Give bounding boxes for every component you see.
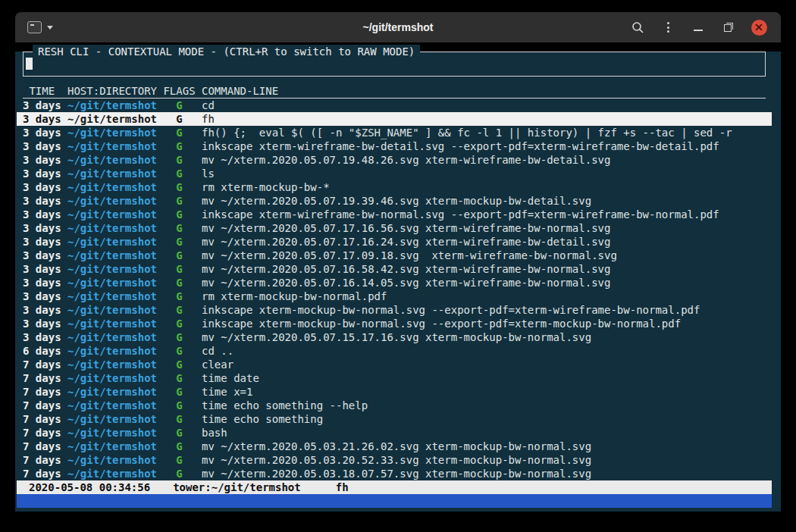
history-row[interactable]: 7 days ~/git/termshot G mv ~/xterm.2020.… bbox=[17, 467, 772, 480]
row-flags: G bbox=[163, 426, 202, 440]
history-row[interactable]: 3 days ~/git/termshot G mv ~/xterm.2020.… bbox=[17, 221, 772, 235]
status-bar: 2020-05-08 00:34:56 tower:~/git/termshot… bbox=[17, 480, 772, 494]
row-time: 7 days bbox=[23, 426, 67, 440]
row-flags: G bbox=[163, 358, 202, 371]
row-command: fh() {; eval $( ([ -n "$ZSH_NAME" ] && f… bbox=[202, 126, 766, 139]
row-flags: G bbox=[163, 112, 202, 126]
restore-icon bbox=[724, 23, 733, 32]
minimize-button[interactable] bbox=[688, 17, 708, 37]
text-cursor bbox=[26, 58, 33, 70]
row-time: 7 days bbox=[23, 453, 67, 467]
search-icon bbox=[631, 21, 644, 34]
row-flags: G bbox=[163, 317, 202, 330]
titlebar-left-controls bbox=[27, 17, 53, 37]
history-row[interactable]: 3 days ~/git/termshot G rm xterm-mockup-… bbox=[17, 289, 772, 303]
kebab-menu-icon bbox=[667, 22, 669, 33]
row-host-directory: ~/git/termshot bbox=[67, 440, 163, 453]
row-command: cd .. bbox=[202, 344, 766, 358]
history-row[interactable]: 3 days ~/git/termshot G fh() {; eval $( … bbox=[17, 126, 772, 139]
row-host-directory: ~/git/termshot bbox=[67, 303, 163, 317]
history-row[interactable]: 3 days ~/git/termshot G fh bbox=[17, 112, 772, 126]
history-row[interactable]: 7 days ~/git/termshot G time date bbox=[17, 371, 772, 385]
row-flags: G bbox=[163, 99, 202, 112]
new-terminal-button[interactable] bbox=[27, 17, 53, 37]
row-host-directory: ~/git/termshot bbox=[67, 399, 163, 412]
row-host-directory: ~/git/termshot bbox=[67, 194, 163, 208]
history-row[interactable]: 3 days ~/git/termshot G ls bbox=[17, 167, 772, 180]
menu-button[interactable] bbox=[658, 17, 678, 37]
row-host-directory: ~/git/termshot bbox=[67, 99, 163, 112]
terminal-window: ~/git/termshot RESH CLI - bbox=[15, 12, 781, 512]
row-command: mv ~/xterm.2020.05.03.21.26.02.svg xterm… bbox=[202, 440, 766, 453]
history-row[interactable]: 3 days ~/git/termshot G mv ~/xterm.2020.… bbox=[17, 330, 772, 344]
dropdown-caret-icon bbox=[47, 26, 53, 30]
history-row[interactable]: 3 days ~/git/termshot G inkscape xterm-m… bbox=[17, 303, 772, 317]
history-row[interactable]: 3 days ~/git/termshot G inkscape xterm-w… bbox=[17, 208, 772, 221]
row-flags: G bbox=[163, 153, 202, 167]
history-row[interactable]: 7 days ~/git/termshot G clear bbox=[17, 358, 772, 371]
row-command: mv ~/xterm.2020.05.07.17.16.24.svg xterm… bbox=[202, 235, 766, 249]
history-row[interactable]: 3 days ~/git/termshot G mv ~/xterm.2020.… bbox=[17, 235, 772, 249]
row-host-directory: ~/git/termshot bbox=[67, 208, 163, 221]
row-host-directory: ~/git/termshot bbox=[67, 344, 163, 358]
row-flags: G bbox=[163, 440, 202, 453]
history-row[interactable]: 3 days ~/git/termshot G mv ~/xterm.2020.… bbox=[17, 262, 772, 276]
history-row[interactable]: 6 days ~/git/termshot G cd .. bbox=[17, 344, 772, 358]
history-row[interactable]: 7 days ~/git/termshot G mv ~/xterm.2020.… bbox=[17, 453, 772, 467]
history-row[interactable]: 7 days ~/git/termshot G time echo someth… bbox=[17, 399, 772, 412]
search-input-box[interactable]: RESH CLI - CONTEXTUAL MODE - (CTRL+R to … bbox=[23, 52, 766, 77]
row-flags: G bbox=[163, 221, 202, 235]
row-command: mv ~/xterm.2020.05.07.19.48.26.svg xterm… bbox=[202, 153, 766, 167]
row-flags: G bbox=[163, 208, 202, 221]
history-row[interactable]: 3 days ~/git/termshot G rm xterm-mockup-… bbox=[17, 180, 772, 194]
history-row[interactable]: 7 days ~/git/termshot G mv ~/xterm.2020.… bbox=[17, 440, 772, 453]
row-command: clear bbox=[202, 358, 766, 371]
row-host-directory: ~/git/termshot bbox=[67, 412, 163, 426]
row-flags: G bbox=[163, 399, 202, 412]
row-flags: G bbox=[163, 453, 202, 467]
row-command: inkscape xterm-mockup-bw-normal.svg --ex… bbox=[202, 317, 766, 330]
row-command: time x=1 bbox=[202, 385, 766, 399]
restore-button[interactable] bbox=[719, 17, 738, 37]
terminal-window-icon bbox=[27, 21, 42, 33]
history-row[interactable]: 3 days ~/git/termshot G inkscape xterm-m… bbox=[17, 317, 772, 330]
row-time: 3 days bbox=[23, 126, 67, 139]
header-flags: FLAGS bbox=[163, 84, 202, 98]
row-host-directory: ~/git/termshot bbox=[67, 221, 163, 235]
row-time: 7 days bbox=[23, 467, 67, 480]
row-host-directory: ~/git/termshot bbox=[67, 126, 163, 139]
row-time: 7 days bbox=[23, 440, 67, 453]
row-host-directory: ~/git/termshot bbox=[67, 153, 163, 167]
row-flags: G bbox=[163, 167, 202, 180]
history-row[interactable]: 3 days ~/git/termshot G cd bbox=[17, 99, 772, 112]
header-host-directory: HOST:DIRECTORY bbox=[67, 84, 163, 98]
row-time: 3 days bbox=[23, 276, 67, 289]
history-row[interactable]: 3 days ~/git/termshot G inkscape xterm-w… bbox=[17, 139, 772, 153]
row-flags: G bbox=[163, 235, 202, 249]
row-command: mv ~/xterm.2020.05.07.16.14.05.svg xterm… bbox=[202, 276, 766, 289]
history-row[interactable]: 7 days ~/git/termshot G bash bbox=[17, 426, 772, 440]
close-button[interactable] bbox=[749, 17, 769, 37]
status-timestamp: 2020-05-08 00:34:56 bbox=[29, 480, 150, 494]
row-host-directory: ~/git/termshot bbox=[67, 371, 163, 385]
history-header: TIME HOST:DIRECTORY FLAGS COMMAND-LINE bbox=[23, 84, 766, 99]
search-button[interactable] bbox=[628, 17, 647, 37]
row-flags: G bbox=[163, 467, 202, 480]
history-row[interactable]: 3 days ~/git/termshot G mv ~/xterm.2020.… bbox=[17, 194, 772, 208]
row-flags: G bbox=[163, 276, 202, 289]
row-host-directory: ~/git/termshot bbox=[67, 276, 163, 289]
row-command: mv ~/xterm.2020.05.07.19.39.46.svg xterm… bbox=[202, 194, 766, 208]
history-row[interactable]: 3 days ~/git/termshot G mv ~/xterm.2020.… bbox=[17, 276, 772, 289]
row-command: inkscape xterm-mockup-bw-normal.svg --ex… bbox=[202, 303, 766, 317]
history-row[interactable]: 7 days ~/git/termshot G time x=1 bbox=[17, 385, 772, 399]
history-row[interactable]: 7 days ~/git/termshot G time echo someth… bbox=[17, 412, 772, 426]
row-command: mv ~/xterm.2020.05.07.16.58.42.svg xterm… bbox=[202, 262, 766, 276]
row-time: 3 days bbox=[23, 262, 67, 276]
row-time: 3 days bbox=[23, 153, 67, 167]
terminal: RESH CLI - CONTEXTUAL MODE - (CTRL+R to … bbox=[15, 52, 781, 512]
history-row[interactable]: 3 days ~/git/termshot G mv ~/xterm.2020.… bbox=[17, 249, 772, 262]
history-row[interactable]: 3 days ~/git/termshot G mv ~/xterm.2020.… bbox=[17, 153, 772, 167]
row-time: 3 days bbox=[23, 249, 67, 262]
row-flags: G bbox=[163, 139, 202, 153]
row-host-directory: ~/git/termshot bbox=[67, 289, 163, 303]
